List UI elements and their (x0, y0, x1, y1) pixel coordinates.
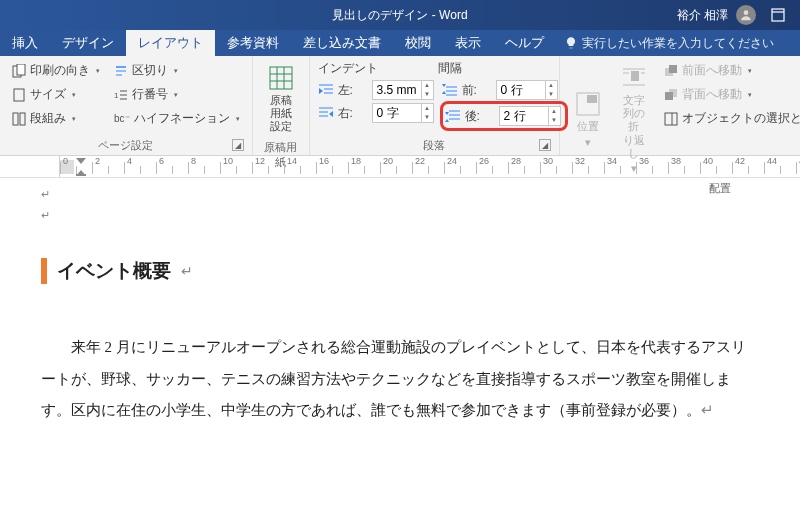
down-arrow-icon[interactable]: ▼ (546, 90, 557, 99)
line-numbers-icon: 1 (114, 88, 128, 102)
size-button[interactable]: サイズ▾ (8, 84, 104, 105)
paragraph-mark: ↵ (701, 402, 714, 418)
hyphenation-button[interactable]: bc⁻ハイフネーション▾ (110, 108, 244, 129)
selection-pane-icon (664, 112, 678, 126)
manuscript-settings-button[interactable]: 原稿用紙 設定 (261, 60, 301, 138)
document-area[interactable]: ↵ ↵ イベント概要↵ 来年 2 月にリニューアルオープンされる総合運動施設のプ… (0, 178, 800, 447)
svg-rect-49 (665, 113, 677, 125)
spacing-before-label: 前: (462, 82, 492, 99)
columns-button[interactable]: 段組み▾ (8, 108, 104, 129)
tab-mailings[interactable]: 差し込み文書 (291, 30, 393, 56)
manuscript-icon (267, 64, 295, 92)
svg-point-0 (744, 10, 749, 15)
down-arrow-icon[interactable]: ▼ (549, 116, 560, 125)
send-backward-label: 背面へ移動 (682, 86, 742, 103)
ribbon: 印刷の向き▾ サイズ▾ 段組み▾ 区切り▾ 1行番号▾ bc⁻ハイフネーション▾… (0, 56, 800, 156)
indent-right-icon (318, 106, 334, 120)
spacing-before-input[interactable] (497, 81, 545, 99)
columns-label: 段組み (30, 110, 66, 127)
wrap-icon (620, 64, 648, 92)
line-numbers-label: 行番号 (132, 86, 168, 103)
indent-left-label: 左: (338, 82, 368, 99)
indent-right-spinner[interactable]: ▲▼ (372, 103, 434, 123)
group-page-setup: 印刷の向き▾ サイズ▾ 段組み▾ 区切り▾ 1行番号▾ bc⁻ハイフネーション▾… (0, 56, 253, 155)
svg-marker-27 (329, 111, 333, 117)
down-arrow-icon[interactable]: ▼ (422, 90, 433, 99)
ruler[interactable]: 0246810121416182022242628303234363840424… (0, 156, 800, 178)
indent-left-spinner[interactable]: ▲▼ (372, 80, 434, 100)
user-name: 裕介 相澤 (677, 7, 728, 24)
page-setup-dialog-launcher[interactable]: ◢ (232, 139, 244, 151)
spacing-before-spinner[interactable]: ▲▼ (496, 80, 558, 100)
lightbulb-icon (564, 36, 578, 50)
up-arrow-icon[interactable]: ▲ (549, 107, 560, 116)
manuscript-button-label: 原稿用紙 設定 (267, 94, 295, 134)
svg-rect-15 (270, 67, 292, 89)
bring-forward-button: 前面へ移動▾ (660, 60, 800, 81)
down-arrow-icon[interactable]: ▼ (422, 113, 433, 122)
breaks-button[interactable]: 区切り▾ (110, 60, 244, 81)
tell-me-search[interactable]: 実行したい作業を入力してください (564, 30, 774, 56)
indent-left-input[interactable] (373, 81, 421, 99)
up-arrow-icon[interactable]: ▲ (422, 81, 433, 90)
svg-marker-36 (445, 112, 449, 115)
tab-design[interactable]: デザイン (50, 30, 126, 56)
svg-rect-46 (669, 65, 677, 73)
page-setup-group-label: ページ設定 (98, 139, 153, 151)
document-title: 見出しのデザイン - Word (332, 7, 467, 24)
up-arrow-icon[interactable]: ▲ (546, 81, 557, 90)
orientation-button[interactable]: 印刷の向き▾ (8, 60, 104, 81)
tab-references[interactable]: 参考資料 (215, 30, 291, 56)
spacing-before-icon (442, 83, 458, 97)
ruler-corner (0, 156, 60, 177)
indent-right-input[interactable] (373, 104, 421, 122)
size-icon (12, 88, 26, 102)
tab-layout[interactable]: レイアウト (126, 30, 215, 56)
tab-help[interactable]: ヘルプ (493, 30, 556, 56)
heading-block[interactable]: イベント概要↵ (41, 258, 760, 284)
up-arrow-icon[interactable]: ▲ (422, 104, 433, 113)
paragraph-dialog-launcher[interactable]: ◢ (539, 139, 551, 151)
svg-marker-32 (442, 84, 446, 87)
group-paragraph: インデント 間隔 左: ▲▼ 右: ▲▼ (310, 56, 560, 155)
heading-accent-bar (41, 258, 47, 284)
paragraph-mark: ↵ (181, 263, 193, 279)
ribbon-tabs: 挿入 デザイン レイアウト 参考資料 差し込み文書 校閲 表示 ヘルプ 実行した… (0, 30, 800, 56)
svg-rect-7 (20, 113, 25, 125)
spacing-after-icon (445, 109, 461, 123)
user-icon (739, 8, 753, 22)
avatar[interactable] (736, 5, 756, 25)
selection-pane-button[interactable]: オブジェクトの選択と表示 (660, 108, 800, 129)
size-label: サイズ (30, 86, 66, 103)
indent-header: インデント (318, 60, 438, 77)
spacing-after-input[interactable] (500, 107, 548, 125)
body-text-content[interactable]: 来年 2 月にリニューアルオープンされる総合運動施設のプレイベントとして、日本を… (41, 339, 746, 418)
heading-text[interactable]: イベント概要 (57, 258, 171, 284)
send-backward-icon (664, 88, 678, 102)
bring-forward-label: 前面へ移動 (682, 62, 742, 79)
box-icon (771, 8, 785, 22)
spacing-after-spinner[interactable]: ▲▼ (499, 106, 561, 126)
titlebar: 見出しのデザイン - Word 裕介 相澤 (0, 0, 800, 30)
page[interactable]: ↵ ↵ イベント概要↵ 来年 2 月にリニューアルオープンされる総合運動施設のプ… (21, 182, 800, 447)
bring-forward-icon (664, 64, 678, 78)
arrange-group-label: 配置 (568, 179, 800, 196)
svg-rect-5 (14, 89, 24, 101)
horizontal-ruler[interactable]: 0246810121416182022242628303234363840424… (60, 156, 800, 177)
tab-insert[interactable]: 挿入 (0, 30, 50, 56)
line-numbers-button[interactable]: 1行番号▾ (110, 84, 244, 105)
send-backward-button: 背面へ移動▾ (660, 84, 800, 105)
position-label: 位置 (577, 120, 599, 133)
ribbon-display-options[interactable] (764, 1, 792, 29)
body-paragraph[interactable]: 来年 2 月にリニューアルオープンされる総合運動施設のプレイベントとして、日本を… (41, 332, 760, 427)
svg-marker-31 (442, 91, 446, 94)
svg-marker-23 (319, 88, 323, 94)
orientation-icon (12, 64, 26, 78)
spacing-after-highlight: 後: ▲▼ (440, 101, 568, 131)
left-gutter (0, 182, 21, 447)
tab-review[interactable]: 校閲 (393, 30, 443, 56)
paragraph-mark: ↵ (41, 209, 760, 222)
indent-right-label: 右: (338, 105, 368, 122)
orientation-label: 印刷の向き (30, 62, 90, 79)
tab-view[interactable]: 表示 (443, 30, 493, 56)
